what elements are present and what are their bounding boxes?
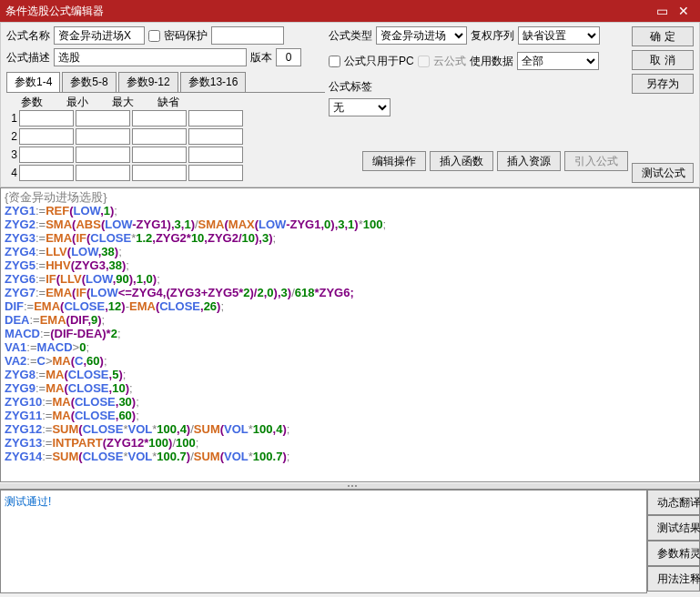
param1-def[interactable] — [188, 110, 243, 126]
label-usedata: 使用数据 — [470, 54, 513, 69]
param-tabs: 参数1-4 参数5-8 参数9-12 参数13-16 — [6, 72, 325, 93]
param3-name[interactable] — [19, 147, 74, 163]
tab-params-5-8[interactable]: 参数5-8 — [62, 72, 116, 92]
dyntr-button[interactable]: 动态翻译 — [647, 490, 700, 515]
param1-max[interactable] — [132, 110, 187, 126]
rightseq-select[interactable]: 缺省设置 — [518, 26, 600, 45]
tab-params-9-12[interactable]: 参数9-12 — [118, 72, 178, 92]
pconly-checkbox[interactable] — [329, 56, 340, 67]
testres-button[interactable]: 测试结果 — [647, 515, 700, 541]
param2-min[interactable] — [76, 128, 130, 145]
tag-select[interactable]: 无 — [329, 98, 391, 116]
code-editor[interactable]: {资金异动进场选股}ZYG1:=REF(LOW,1);ZYG2:=SMA(ABS… — [0, 187, 700, 482]
param3-min[interactable] — [76, 147, 130, 163]
param-grid: 1 2 3 4 — [6, 110, 325, 183]
type-select[interactable]: 资金异动进场 — [376, 26, 467, 45]
insfn-button[interactable]: 插入函数 — [430, 151, 493, 171]
param4-def[interactable] — [188, 165, 243, 181]
window-title: 条件选股公式编辑器 — [5, 4, 651, 19]
param4-min[interactable] — [76, 165, 130, 181]
param1-min[interactable] — [76, 110, 130, 126]
imp-button: 引入公式 — [564, 151, 628, 171]
label-cloud: 云公式 — [433, 54, 466, 69]
desc-input[interactable] — [54, 48, 247, 66]
splitter[interactable]: ⋯ — [0, 482, 700, 490]
param-header: 参数 最小 最大 缺省 — [21, 95, 325, 110]
cloud-checkbox — [418, 56, 430, 67]
tab-params-1-4[interactable]: 参数1-4 — [6, 72, 60, 92]
param4-max[interactable] — [132, 165, 187, 181]
label-version: 版本 — [250, 50, 272, 66]
label-pconly: 公式只用于PC — [344, 54, 414, 69]
param3-max[interactable] — [132, 147, 187, 163]
saveas-button[interactable]: 另存为 — [632, 74, 694, 94]
name-input[interactable] — [54, 26, 145, 45]
tab-params-13-16[interactable]: 参数13-16 — [180, 72, 247, 92]
param4-name[interactable] — [19, 165, 74, 181]
param1-name[interactable] — [19, 110, 74, 126]
label-type: 公式类型 — [329, 28, 372, 44]
label-pwprotect: 密码保护 — [164, 28, 208, 44]
param3-def[interactable] — [188, 147, 243, 163]
top-panel: 公式名称 密码保护 公式描述 版本 参数1-4 参数5-8 参数9-12 参数1… — [0, 22, 700, 187]
param2-name[interactable] — [19, 128, 74, 145]
titlebar: 条件选股公式编辑器 ▭ ✕ — [0, 0, 700, 22]
close-icon[interactable]: ✕ — [673, 4, 695, 18]
insres-button[interactable]: 插入资源 — [497, 151, 561, 171]
param2-max[interactable] — [132, 128, 187, 145]
cancel-button[interactable]: 取 消 — [632, 50, 694, 70]
param2-def[interactable] — [188, 128, 243, 145]
usedata-select[interactable]: 全部 — [517, 52, 599, 70]
label-desc: 公式描述 — [6, 50, 50, 66]
ok-button[interactable]: 确 定 — [632, 26, 694, 46]
version-input[interactable] — [276, 48, 301, 66]
label-rightseq: 复权序列 — [471, 28, 514, 44]
label-tag: 公式标签 — [329, 79, 372, 95]
label-name: 公式名称 — [6, 28, 50, 44]
password-input[interactable] — [211, 26, 284, 45]
paramwiz-button[interactable]: 参数精灵 — [647, 541, 700, 566]
usage-button[interactable]: 用法注释 — [647, 566, 700, 592]
message-area: 测试通过! — [0, 490, 647, 593]
minimize-icon[interactable]: ▭ — [651, 4, 673, 18]
test-button[interactable]: 测试公式 — [632, 163, 694, 183]
pwprotect-checkbox[interactable] — [148, 30, 160, 42]
editop-button[interactable]: 编辑操作 — [362, 151, 426, 171]
